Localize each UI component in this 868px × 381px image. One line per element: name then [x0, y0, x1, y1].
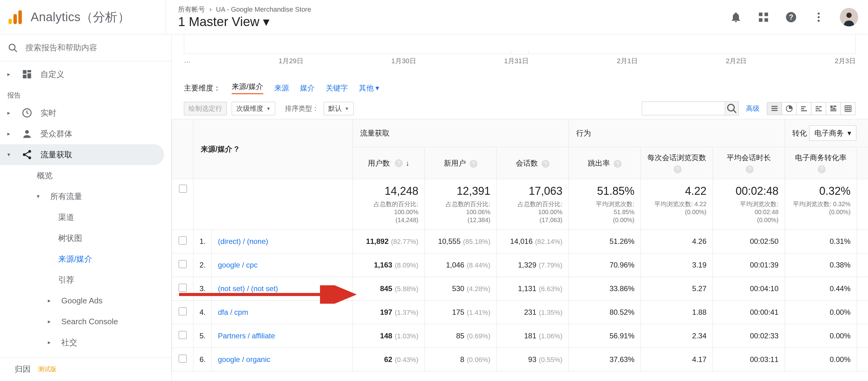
- dim-source-medium[interactable]: 来源/媒介: [232, 82, 263, 94]
- row-index: 3.: [193, 277, 212, 301]
- nav-channels[interactable]: 渠道: [0, 207, 171, 228]
- table-toolbar: 绘制选定行 次级维度▼ 排序类型： 默认▼ 高级: [172, 101, 868, 119]
- svg-point-9: [818, 12, 820, 15]
- row-checkbox[interactable]: [179, 331, 187, 339]
- source-link[interactable]: (not set) / (not set): [218, 284, 278, 293]
- dim-keyword[interactable]: 关键字: [326, 83, 348, 93]
- svg-rect-0: [8, 19, 12, 24]
- help-icon[interactable]: ?: [234, 145, 239, 153]
- svg-rect-15: [23, 70, 27, 74]
- col-sessions[interactable]: 会话数 ?: [497, 147, 569, 179]
- table-search-button[interactable]: [725, 102, 738, 115]
- svg-rect-17: [28, 73, 31, 79]
- logo-brand[interactable]: Analytics（分析）: [6, 8, 165, 26]
- secondary-dimension-select[interactable]: 次级维度▼: [232, 102, 275, 115]
- nav-all-traffic[interactable]: ▾所有流量: [0, 186, 171, 207]
- nav-social[interactable]: ▸社交: [0, 332, 171, 353]
- caret-down-icon: ▾: [263, 14, 270, 29]
- nav-custom[interactable]: ▸自定义: [0, 64, 171, 85]
- col-ecr[interactable]: 电子商务转化率?: [785, 147, 857, 179]
- svg-rect-3: [759, 12, 763, 16]
- nav-realtime[interactable]: ▸实时: [0, 102, 171, 123]
- sort-type-label: 排序类型：: [285, 104, 319, 113]
- row-checkbox[interactable]: [179, 260, 187, 268]
- plot-rows-button[interactable]: 绘制选定行: [184, 102, 227, 115]
- nav-source-medium[interactable]: 来源/媒介: [0, 248, 171, 269]
- help-icon[interactable]: ?: [395, 159, 403, 167]
- row-checkbox[interactable]: [179, 284, 187, 292]
- dim-medium[interactable]: 媒介: [300, 83, 315, 93]
- nav-google-ads[interactable]: ▸Google Ads: [0, 290, 171, 311]
- svg-point-22: [23, 153, 26, 156]
- breadcrumb-property: UA - Google Merchandise Store: [216, 5, 311, 13]
- advanced-link[interactable]: 高级: [746, 104, 760, 113]
- avatar[interactable]: [840, 8, 858, 26]
- dim-source[interactable]: 来源: [274, 83, 289, 93]
- source-link[interactable]: dfa / cpm: [218, 308, 248, 316]
- nav-search-console[interactable]: ▸Search Console: [0, 311, 171, 332]
- col-bounce[interactable]: 跳出率 ?: [569, 147, 641, 179]
- notifications-icon[interactable]: [730, 11, 742, 24]
- search-input[interactable]: [25, 43, 164, 53]
- col-duration[interactable]: 平均会话时长?: [713, 147, 785, 179]
- nav-treemap[interactable]: 树状图: [0, 228, 171, 248]
- col-trans[interactable]: 交易次数?: [857, 147, 868, 179]
- view-pivot-icon[interactable]: [841, 102, 856, 115]
- nav-overview[interactable]: 概览: [0, 165, 171, 186]
- nav-attribution[interactable]: 归因 测试版: [0, 357, 171, 381]
- help-icon[interactable]: ?: [746, 165, 754, 173]
- help-icon[interactable]: ?: [674, 165, 682, 173]
- help-icon[interactable]: ?: [541, 160, 550, 168]
- col-pages[interactable]: 每次会话浏览页数?: [641, 147, 713, 179]
- help-icon[interactable]: ?: [785, 11, 798, 24]
- source-link[interactable]: google / cpc: [218, 261, 257, 269]
- sort-desc-icon: ↓: [406, 159, 409, 168]
- breadcrumb-accounts[interactable]: 所有帐号: [178, 5, 205, 13]
- brand-text: Analytics（分析）: [31, 8, 130, 26]
- apps-icon[interactable]: [757, 11, 770, 24]
- view-data-icon[interactable]: [767, 102, 782, 115]
- svg-rect-30: [771, 108, 778, 109]
- group-acquisition: 流量获取: [353, 119, 569, 147]
- view-term-cloud-icon[interactable]: [826, 102, 841, 115]
- nav-referrals[interactable]: 引荐: [0, 269, 171, 290]
- help-icon[interactable]: ?: [470, 160, 477, 168]
- table-row: 4.dfa / cpm197(1.37%)175(1.41%)231(1.35%…: [172, 301, 868, 324]
- nav-acquisition[interactable]: ▾流量获取: [0, 144, 164, 165]
- more-icon[interactable]: [812, 11, 825, 24]
- help-icon[interactable]: ?: [614, 160, 622, 168]
- col-new-users[interactable]: 新用户 ?: [425, 147, 497, 179]
- row-index: 1.: [193, 230, 212, 254]
- row-checkbox[interactable]: [179, 236, 187, 244]
- source-link[interactable]: Partners / affiliate: [218, 332, 275, 340]
- source-link[interactable]: google / organic: [218, 355, 270, 363]
- conversion-select[interactable]: 电子商务 ▾: [809, 125, 856, 141]
- svg-rect-40: [818, 110, 822, 111]
- header-actions: ?: [730, 8, 858, 26]
- view-name[interactable]: 1 Master View ▾: [178, 14, 311, 29]
- svg-text:?: ?: [789, 13, 793, 21]
- chart-drag-handle[interactable]: [510, 50, 529, 54]
- source-medium-header[interactable]: 来源/媒介 ?: [193, 119, 353, 179]
- view-percentage-icon[interactable]: [782, 102, 797, 115]
- group-behavior: 行为: [569, 119, 785, 147]
- view-comparison-icon[interactable]: [811, 102, 826, 115]
- svg-rect-1: [13, 14, 17, 24]
- svg-rect-34: [801, 108, 804, 109]
- source-link[interactable]: (direct) / (none): [218, 237, 268, 245]
- help-icon[interactable]: ?: [818, 165, 826, 173]
- reports-label: 报告: [0, 85, 171, 102]
- table-search-input[interactable]: [642, 102, 725, 115]
- row-checkbox[interactable]: [179, 355, 187, 362]
- col-users[interactable]: 用户数?↓: [353, 147, 425, 179]
- sort-type-select[interactable]: 默认▼: [324, 102, 354, 115]
- dim-other[interactable]: 其他 ▾: [359, 83, 379, 93]
- svg-rect-31: [771, 110, 778, 111]
- summary-row: 14,248占总数的百分比:100.00%(14,248) 12,391占总数的…: [172, 179, 868, 230]
- row-checkbox[interactable]: [179, 307, 187, 315]
- select-all-checkbox[interactable]: [179, 185, 187, 193]
- row-source: dfa / cpm: [212, 301, 353, 324]
- view-performance-icon[interactable]: [797, 102, 811, 115]
- nav-audience[interactable]: ▸受众群体: [0, 123, 171, 144]
- account-selector[interactable]: 所有帐号 › UA - Google Merchandise Store 1 M…: [165, 0, 311, 34]
